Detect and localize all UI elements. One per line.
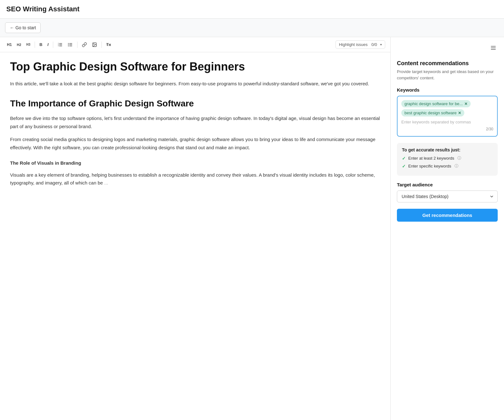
ordered-list-button[interactable]: 1 2 3 bbox=[56, 41, 65, 48]
svg-point-9 bbox=[68, 43, 69, 43]
tip-text-2: Enter specific keywords bbox=[408, 164, 451, 168]
tip-text-1: Enter at least 2 keywords bbox=[408, 156, 454, 161]
keyword-input-placeholder: Enter keywords separated by commas bbox=[401, 120, 493, 124]
section-heading-1: The Importance of Graphic Design Softwar… bbox=[10, 98, 380, 109]
bold-subheading: The Role of Visuals in Branding bbox=[10, 159, 380, 167]
audience-select[interactable]: United States (Desktop) United States (M… bbox=[397, 190, 498, 202]
keyword-tag-2[interactable]: best graphic design software ✕ bbox=[401, 109, 464, 116]
keyword-tag-1-remove[interactable]: ✕ bbox=[464, 102, 467, 106]
content-rec-desc: Provide target keywords and get ideas ba… bbox=[397, 69, 498, 81]
keyword-tags-container: graphic design software for be... ✕ best… bbox=[401, 100, 493, 116]
svg-point-11 bbox=[68, 45, 69, 46]
image-button[interactable] bbox=[90, 41, 99, 48]
editor-content[interactable]: Top Graphic Design Software for Beginner… bbox=[0, 52, 390, 420]
sidebar-panel: Content recommendations Provide target k… bbox=[391, 37, 504, 420]
paragraph-3: From creating social media graphics to d… bbox=[10, 135, 380, 151]
link-button[interactable] bbox=[80, 41, 89, 48]
keyword-tag-2-remove[interactable]: ✕ bbox=[458, 111, 461, 115]
h1-button[interactable]: H1 bbox=[5, 41, 14, 48]
toolbar-divider-3 bbox=[77, 42, 77, 48]
h2-button[interactable]: H2 bbox=[15, 42, 23, 48]
tips-box: To get accurate results just: ✓ Enter at… bbox=[397, 143, 498, 176]
bold-button[interactable]: B bbox=[37, 41, 44, 48]
intro-paragraph: In this article, we'll take a look at th… bbox=[10, 80, 380, 88]
target-audience-section: Target audience United States (Desktop) … bbox=[397, 182, 498, 202]
paragraph-4: Visuals are a key element of branding, h… bbox=[10, 171, 380, 187]
main-layout: H1 H2 H3 B I 1 2 3 bbox=[0, 37, 504, 420]
svg-text:3: 3 bbox=[58, 45, 59, 47]
svg-point-10 bbox=[68, 44, 69, 45]
app-title: SEO Writing Assistant bbox=[6, 5, 79, 13]
keywords-label: Keywords bbox=[397, 87, 498, 93]
tip-check-1: ✓ bbox=[402, 156, 406, 161]
editor-panel: H1 H2 H3 B I 1 2 3 bbox=[0, 37, 391, 420]
target-audience-label: Target audience bbox=[397, 182, 498, 187]
italic-button[interactable]: I bbox=[46, 41, 51, 48]
get-recommendations-button[interactable]: Get recommendations bbox=[397, 209, 498, 222]
chevron-down-icon: ▾ bbox=[380, 43, 382, 46]
tip-item-2: ✓ Enter specific keywords ⓘ bbox=[402, 163, 493, 169]
content-recommendations-section: Content recommendations Provide target k… bbox=[397, 60, 498, 81]
toolbar-divider-4 bbox=[101, 42, 102, 48]
top-bar: ← Go to start bbox=[0, 19, 504, 37]
sidebar-header bbox=[397, 43, 498, 54]
tip-info-2[interactable]: ⓘ bbox=[455, 163, 458, 169]
tip-item-1: ✓ Enter at least 2 keywords ⓘ bbox=[402, 156, 493, 161]
tips-title: To get accurate results just: bbox=[402, 147, 493, 152]
svg-point-13 bbox=[94, 43, 94, 44]
toolbar-divider-2 bbox=[53, 42, 53, 48]
article-title: Top Graphic Design Software for Beginner… bbox=[10, 60, 380, 73]
h3-button[interactable]: H3 bbox=[24, 42, 32, 48]
clear-format-button[interactable]: Tx bbox=[104, 41, 113, 48]
unordered-list-button[interactable] bbox=[66, 41, 75, 48]
highlight-dropdown[interactable]: Highlight issues 0/0 ▾ bbox=[335, 40, 385, 49]
tip-info-1[interactable]: ⓘ bbox=[457, 156, 461, 161]
keywords-counter: 2/30 bbox=[401, 127, 493, 131]
content-rec-title: Content recommendations bbox=[397, 60, 498, 67]
paragraph-2: Before we dive into the top software opt… bbox=[10, 114, 380, 130]
app-header: SEO Writing Assistant bbox=[0, 0, 504, 19]
tip-check-2: ✓ bbox=[402, 164, 406, 169]
editor-toolbar: H1 H2 H3 B I 1 2 3 bbox=[0, 37, 390, 52]
sidebar-menu-button[interactable] bbox=[489, 43, 498, 54]
keywords-box[interactable]: graphic design software for be... ✕ best… bbox=[397, 96, 498, 137]
keywords-section: Keywords graphic design software for be.… bbox=[397, 87, 498, 137]
toolbar-divider-1 bbox=[35, 42, 35, 48]
go-to-start-button[interactable]: ← Go to start bbox=[5, 22, 41, 33]
keyword-tag-1[interactable]: graphic design software for be... ✕ bbox=[401, 100, 471, 107]
